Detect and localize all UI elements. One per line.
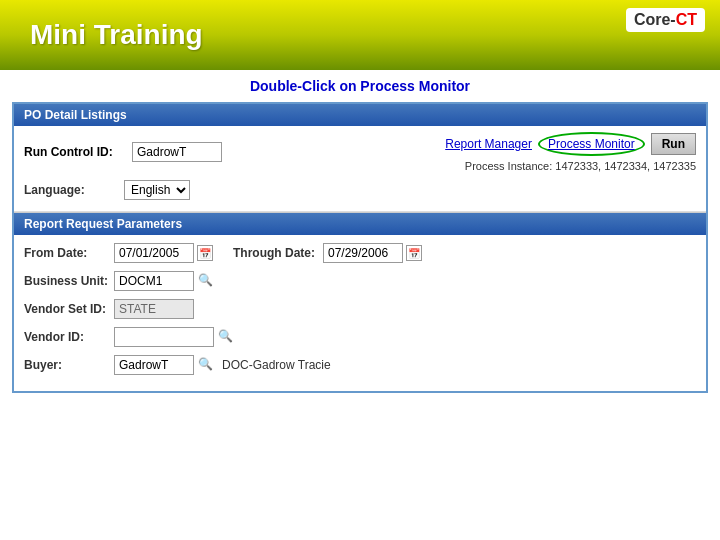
- top-controls: Run Control ID: Report Manager Process M…: [14, 126, 706, 178]
- right-buttons: Report Manager Process Monitor Run: [445, 132, 696, 156]
- subtitle-text: Double-Click on Process Monitor: [250, 78, 470, 94]
- date-row: From Date: 📅 Through Date: 📅: [24, 243, 696, 263]
- logo: Core-CT: [626, 8, 705, 32]
- through-date-calendar-icon[interactable]: 📅: [406, 245, 422, 261]
- vendor-set-id-row: Vendor Set ID:: [24, 299, 696, 319]
- business-unit-row: Business Unit:: [24, 271, 696, 291]
- from-date-calendar-icon[interactable]: 📅: [197, 245, 213, 261]
- business-unit-label: Business Unit:: [24, 274, 114, 288]
- subtitle-bar: Double-Click on Process Monitor: [0, 70, 720, 102]
- process-instance-text: Process Instance: 1472333, 1472334, 1472…: [465, 160, 696, 172]
- language-row: Language: English: [14, 178, 706, 212]
- main-panel: PO Detail Listings Run Control ID: Repor…: [12, 102, 708, 393]
- run-button[interactable]: Run: [651, 133, 696, 155]
- through-date-label: Through Date:: [233, 246, 315, 260]
- business-unit-search-icon[interactable]: [198, 273, 214, 289]
- buyer-input[interactable]: [114, 355, 194, 375]
- page-title: Mini Training: [20, 19, 203, 51]
- params-section: Report Request Parameters From Date: 📅 T…: [14, 212, 706, 391]
- params-section-header: Report Request Parameters: [14, 213, 706, 235]
- buyer-description: DOC-Gadrow Tracie: [222, 358, 331, 372]
- vendor-set-id-input: [114, 299, 194, 319]
- vendor-set-id-label: Vendor Set ID:: [24, 302, 114, 316]
- top-right-controls: Report Manager Process Monitor Run Proce…: [445, 132, 696, 172]
- from-date-input[interactable]: [114, 243, 194, 263]
- report-manager-link[interactable]: Report Manager: [445, 137, 532, 151]
- business-unit-input[interactable]: [114, 271, 194, 291]
- buyer-row: Buyer: DOC-Gadrow Tracie: [24, 355, 696, 375]
- vendor-id-row: Vendor ID:: [24, 327, 696, 347]
- through-date-input[interactable]: [323, 243, 403, 263]
- params-body: From Date: 📅 Through Date: 📅 Business Un…: [14, 235, 706, 391]
- vendor-id-label: Vendor ID:: [24, 330, 114, 344]
- process-monitor-link[interactable]: Process Monitor: [538, 132, 645, 156]
- vendor-id-search-icon[interactable]: [218, 329, 234, 345]
- from-date-label: From Date:: [24, 246, 114, 260]
- run-control-input[interactable]: [132, 142, 222, 162]
- run-control-row: Run Control ID:: [24, 142, 222, 162]
- buyer-label: Buyer:: [24, 358, 114, 372]
- buyer-search-icon[interactable]: [198, 357, 214, 373]
- panel-header: PO Detail Listings: [14, 104, 706, 126]
- header-bar: Mini Training Core-CT: [0, 0, 720, 70]
- language-select[interactable]: English: [124, 180, 190, 200]
- vendor-id-input[interactable]: [114, 327, 214, 347]
- run-control-label: Run Control ID:: [24, 145, 124, 159]
- language-label: Language:: [24, 183, 124, 197]
